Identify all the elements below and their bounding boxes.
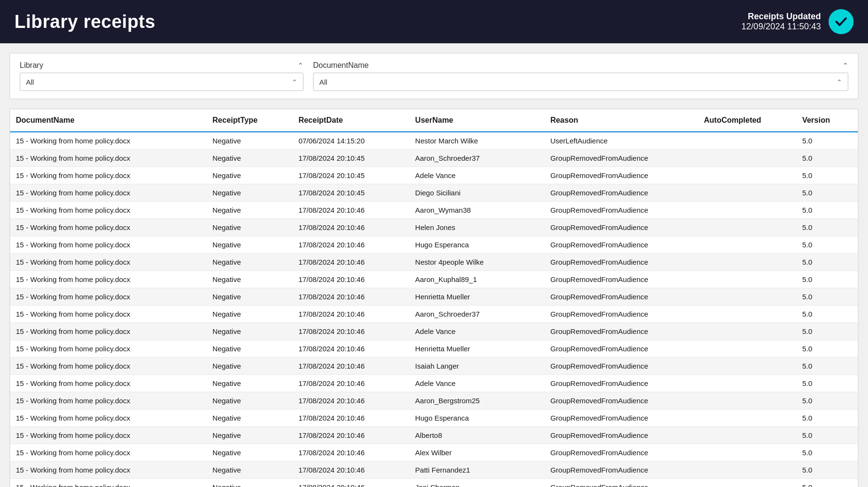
col-header-receiptdate[interactable]: ReceiptDate	[293, 109, 410, 132]
cell-reason: UserLeftAudience	[544, 132, 698, 150]
table-row: 15 - Working from home policy.docxNegati…	[10, 479, 858, 487]
cell-documentname: 15 - Working from home policy.docx	[10, 392, 207, 410]
table-container: DocumentName ReceiptType ReceiptDate Use…	[10, 109, 858, 487]
table-row: 15 - Working from home policy.docxNegati…	[10, 375, 858, 392]
cell-receiptdate: 17/08/2024 20:10:46	[293, 479, 410, 487]
cell-username: Alberto8	[409, 427, 544, 444]
table-body: 15 - Working from home policy.docxNegati…	[10, 132, 858, 487]
docname-filter-label[interactable]: DocumentName ⌃	[313, 61, 848, 70]
cell-username: Nestor 4people Wilke	[409, 254, 544, 271]
cell-username: Aaron_Schroeder37	[409, 306, 544, 323]
cell-receipttype: Negative	[207, 358, 293, 375]
header-right: Receipts Updated 12/09/2024 11:50:43	[742, 9, 854, 34]
col-header-version[interactable]: Version	[796, 109, 858, 132]
cell-version: 5.0	[796, 271, 858, 288]
cell-version: 5.0	[796, 288, 858, 306]
cell-autocompleted	[698, 150, 796, 167]
table-row: 15 - Working from home policy.docxNegati…	[10, 427, 858, 444]
cell-autocompleted	[698, 288, 796, 306]
cell-autocompleted	[698, 340, 796, 358]
col-header-username[interactable]: UserName	[409, 109, 544, 132]
cell-reason: GroupRemovedFromAudience	[544, 306, 698, 323]
cell-documentname: 15 - Working from home policy.docx	[10, 288, 207, 306]
cell-documentname: 15 - Working from home policy.docx	[10, 202, 207, 219]
cell-documentname: 15 - Working from home policy.docx	[10, 219, 207, 236]
cell-autocompleted	[698, 323, 796, 340]
cell-version: 5.0	[796, 358, 858, 375]
cell-autocompleted	[698, 132, 796, 150]
cell-reason: GroupRemovedFromAudience	[544, 236, 698, 254]
cell-reason: GroupRemovedFromAudience	[544, 288, 698, 306]
library-filter-select[interactable]: All ⌃	[20, 73, 303, 91]
cell-receipttype: Negative	[207, 132, 293, 150]
cell-username: Nestor March Wilke	[409, 132, 544, 150]
cell-receipttype: Negative	[207, 184, 293, 202]
cell-receiptdate: 17/08/2024 20:10:46	[293, 444, 410, 461]
col-header-receipttype[interactable]: ReceiptType	[207, 109, 293, 132]
cell-reason: GroupRemovedFromAudience	[544, 444, 698, 461]
cell-reason: GroupRemovedFromAudience	[544, 375, 698, 392]
cell-documentname: 15 - Working from home policy.docx	[10, 271, 207, 288]
cell-receiptdate: 17/08/2024 20:10:46	[293, 236, 410, 254]
cell-autocompleted	[698, 236, 796, 254]
cell-receiptdate: 17/08/2024 20:10:45	[293, 184, 410, 202]
filter-section: Library ⌃ All ⌃ DocumentName ⌃ All ⌃	[10, 53, 858, 99]
table-row: 15 - Working from home policy.docxNegati…	[10, 340, 858, 358]
library-filter-group: Library ⌃ All ⌃	[20, 61, 303, 91]
cell-reason: GroupRemovedFromAudience	[544, 323, 698, 340]
cell-autocompleted	[698, 184, 796, 202]
cell-documentname: 15 - Working from home policy.docx	[10, 167, 207, 184]
cell-receiptdate: 17/08/2024 20:10:46	[293, 410, 410, 427]
cell-version: 5.0	[796, 461, 858, 479]
cell-receiptdate: 17/08/2024 20:10:46	[293, 358, 410, 375]
cell-receipttype: Negative	[207, 202, 293, 219]
col-header-autocompleted[interactable]: AutoCompleted	[698, 109, 796, 132]
cell-reason: GroupRemovedFromAudience	[544, 479, 698, 487]
table-row: 15 - Working from home policy.docxNegati…	[10, 132, 858, 150]
cell-username: Isaiah Langer	[409, 358, 544, 375]
library-label-chevron-icon: ⌃	[298, 62, 303, 69]
cell-username: Patti Fernandez1	[409, 461, 544, 479]
cell-autocompleted	[698, 167, 796, 184]
cell-documentname: 15 - Working from home policy.docx	[10, 306, 207, 323]
cell-username: Hugo Esperanca	[409, 236, 544, 254]
cell-documentname: 15 - Working from home policy.docx	[10, 132, 207, 150]
cell-documentname: 15 - Working from home policy.docx	[10, 150, 207, 167]
cell-username: Aaron_Wyman38	[409, 202, 544, 219]
table-row: 15 - Working from home policy.docxNegati…	[10, 184, 858, 202]
table-row: 15 - Working from home policy.docxNegati…	[10, 461, 858, 479]
cell-receiptdate: 17/08/2024 20:10:46	[293, 392, 410, 410]
cell-reason: GroupRemovedFromAudience	[544, 392, 698, 410]
receipts-updated-block: Receipts Updated 12/09/2024 11:50:43	[742, 12, 821, 32]
cell-documentname: 15 - Working from home policy.docx	[10, 323, 207, 340]
table-row: 15 - Working from home policy.docxNegati…	[10, 219, 858, 236]
cell-username: Adele Vance	[409, 375, 544, 392]
table-row: 15 - Working from home policy.docxNegati…	[10, 236, 858, 254]
library-select-chevron-icon: ⌃	[292, 78, 297, 86]
cell-documentname: 15 - Working from home policy.docx	[10, 340, 207, 358]
cell-receiptdate: 17/08/2024 20:10:46	[293, 427, 410, 444]
table-row: 15 - Working from home policy.docxNegati…	[10, 271, 858, 288]
cell-username: Helen Jones	[409, 219, 544, 236]
cell-username: Aaron_Bergstrom25	[409, 392, 544, 410]
library-filter-label[interactable]: Library ⌃	[20, 61, 303, 70]
table-row: 15 - Working from home policy.docxNegati…	[10, 306, 858, 323]
cell-receipttype: Negative	[207, 410, 293, 427]
cell-version: 5.0	[796, 323, 858, 340]
cell-version: 5.0	[796, 254, 858, 271]
table-row: 15 - Working from home policy.docxNegati…	[10, 410, 858, 427]
cell-autocompleted	[698, 202, 796, 219]
cell-username: Adele Vance	[409, 167, 544, 184]
cell-receipttype: Negative	[207, 288, 293, 306]
col-header-reason[interactable]: Reason	[544, 109, 698, 132]
docname-filter-select[interactable]: All ⌃	[313, 73, 848, 91]
col-header-documentname[interactable]: DocumentName	[10, 109, 207, 132]
cell-receipttype: Negative	[207, 375, 293, 392]
cell-documentname: 15 - Working from home policy.docx	[10, 427, 207, 444]
table-header-row: DocumentName ReceiptType ReceiptDate Use…	[10, 109, 858, 132]
table-row: 15 - Working from home policy.docxNegati…	[10, 202, 858, 219]
cell-receipttype: Negative	[207, 271, 293, 288]
cell-documentname: 15 - Working from home policy.docx	[10, 444, 207, 461]
cell-receiptdate: 17/08/2024 20:10:45	[293, 167, 410, 184]
receipts-updated-label: Receipts Updated	[742, 12, 821, 22]
